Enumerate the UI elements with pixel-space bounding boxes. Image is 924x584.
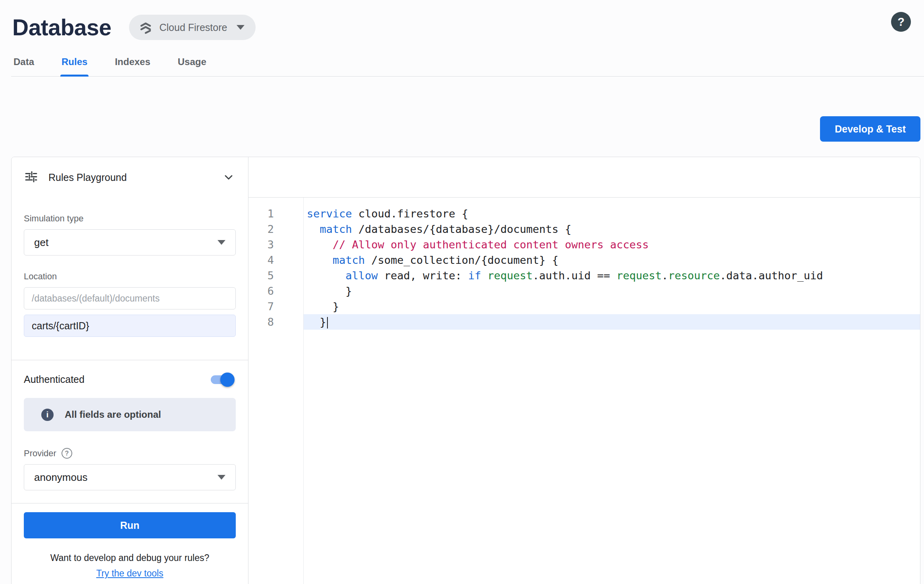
info-banner: i All fields are optional: [24, 398, 236, 431]
authenticated-row: Authenticated: [24, 374, 236, 385]
code-token: if: [468, 269, 481, 282]
provider-value: anonymous: [34, 471, 87, 484]
tabs: DataRulesIndexesUsage: [11, 45, 924, 77]
line-number: 4: [248, 252, 274, 268]
product-selector-label: Cloud Firestore: [159, 22, 227, 33]
provider-row: Provider ?: [24, 448, 236, 459]
line-number: 7: [248, 299, 274, 314]
location-label: Location: [24, 271, 236, 282]
code-token: /databases/{database}/documents {: [352, 223, 572, 235]
rules-console: Rules Playground Simulation type get Loc…: [11, 157, 920, 584]
simulation-section: Simulation type get Location /databases/…: [12, 198, 248, 360]
code-token: [307, 223, 320, 235]
simulation-type-select[interactable]: get: [24, 229, 236, 256]
code-line-6[interactable]: }: [304, 283, 920, 299]
location-input[interactable]: carts/{cartID}: [24, 315, 236, 337]
code-token: }: [307, 285, 352, 297]
code-token: // Allow only authenticated content owne…: [307, 238, 649, 251]
chevron-down-icon: [237, 25, 244, 30]
product-selector[interactable]: Cloud Firestore: [129, 15, 256, 40]
code-line-2[interactable]: match /databases/{database}/documents {: [304, 221, 920, 237]
code-token: /some_collection/{document} {: [365, 254, 558, 266]
editor-toolbar: [248, 157, 920, 198]
line-number: 3: [248, 237, 274, 252]
tab-usage[interactable]: Usage: [177, 45, 208, 76]
tab-indexes[interactable]: Indexes: [114, 45, 151, 76]
simulation-type-label: Simulation type: [24, 213, 236, 224]
code-token: allow: [346, 269, 378, 282]
line-number: 5: [248, 268, 274, 283]
dropdown-caret-icon: [218, 240, 225, 245]
code-line-7[interactable]: }: [304, 299, 920, 314]
code-token: .auth.uid ==: [533, 269, 616, 282]
code-token: .data.author_uid: [720, 269, 823, 282]
develop-test-button[interactable]: Develop & Test: [820, 116, 920, 142]
code-editor[interactable]: service cloud.firestore { match /databas…: [304, 198, 920, 584]
line-number-gutter: 12345678: [248, 198, 304, 584]
toggle-knob: [220, 373, 235, 387]
page-header: Database Cloud Firestore ?: [0, 0, 924, 45]
tune-icon: [25, 170, 38, 185]
code-token: match: [333, 254, 365, 266]
line-number: 8: [248, 314, 274, 330]
code-token: service: [307, 207, 352, 220]
auth-section: Authenticated i All fields are optional …: [12, 360, 248, 503]
provider-help-icon[interactable]: ?: [62, 448, 72, 459]
code-line-3[interactable]: // Allow only authenticated content owne…: [304, 237, 920, 252]
simulation-type-value: get: [34, 236, 48, 249]
code-line-5[interactable]: allow read, write: if request.auth.uid =…: [304, 268, 920, 283]
code-token: read, write:: [378, 269, 468, 282]
actions-row: Develop & Test: [0, 116, 920, 142]
code-token: resource: [668, 269, 720, 282]
info-banner-text: All fields are optional: [65, 409, 161, 420]
code-token: [481, 269, 487, 282]
page-title: Database: [12, 14, 111, 40]
tab-data[interactable]: Data: [12, 45, 35, 76]
code-area: 12345678 service cloud.firestore { match…: [248, 198, 920, 584]
chevron-down-icon: [222, 171, 235, 184]
code-token: }: [307, 300, 339, 313]
line-number: 6: [248, 283, 274, 299]
tab-rules[interactable]: Rules: [60, 45, 89, 76]
code-token: match: [320, 223, 352, 235]
dev-tools-link[interactable]: Try the dev tools: [24, 568, 236, 579]
help-button[interactable]: ?: [891, 12, 911, 32]
line-number: 1: [248, 206, 274, 221]
line-number: 2: [248, 221, 274, 237]
code-token: [307, 269, 346, 282]
text-cursor: [327, 317, 328, 328]
playground-title: Rules Playground: [48, 172, 127, 183]
location-placeholder: /databases/(default)/documents: [24, 287, 236, 309]
dev-tools-question: Want to develop and debug your rules?: [24, 553, 236, 563]
info-icon: i: [41, 409, 54, 421]
dropdown-caret-icon: [218, 475, 225, 480]
code-line-4[interactable]: match /some_collection/{document} {: [304, 252, 920, 268]
run-button[interactable]: Run: [24, 512, 236, 538]
code-token: [307, 254, 333, 266]
code-token: cloud.firestore {: [352, 207, 468, 220]
authenticated-toggle[interactable]: [211, 375, 233, 384]
playground-header[interactable]: Rules Playground: [12, 157, 248, 198]
authenticated-label: Authenticated: [24, 374, 85, 385]
provider-select[interactable]: anonymous: [24, 464, 236, 490]
page: Database Cloud Firestore ? DataRulesInde…: [0, 0, 924, 584]
provider-label: Provider: [24, 448, 56, 459]
code-token: .: [662, 269, 668, 282]
code-line-8[interactable]: }: [304, 314, 920, 330]
code-line-1[interactable]: service cloud.firestore {: [304, 206, 920, 221]
firestore-icon: [139, 20, 153, 35]
help-icon: ?: [897, 15, 905, 29]
code-token: request: [616, 269, 662, 282]
code-token: request: [487, 269, 533, 282]
run-section: Run Want to develop and debug your rules…: [12, 503, 248, 579]
rules-editor: 12345678 service cloud.firestore { match…: [248, 157, 920, 584]
code-token: }: [307, 316, 326, 328]
rules-playground-panel: Rules Playground Simulation type get Loc…: [12, 157, 248, 584]
